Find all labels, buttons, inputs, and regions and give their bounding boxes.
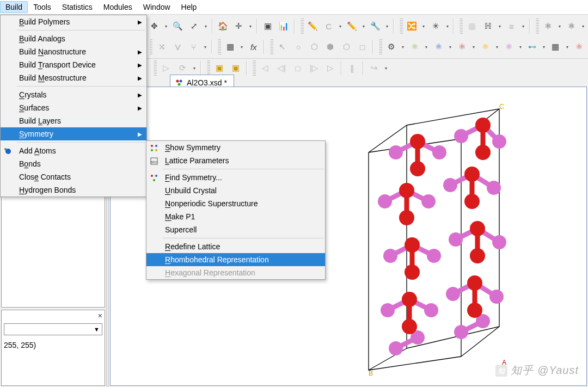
tool-mod1-icon[interactable]: ⚙ [384, 40, 398, 54]
menu-redefine-lattice[interactable]: Redefine Lattice [146, 240, 325, 253]
menu-build-analogs[interactable]: Build Analogs [1, 32, 146, 45]
tool-arrows-icon[interactable]: ⤭ [155, 40, 168, 54]
menu-hydrogen-bonds[interactable]: Hydrogen Bonds [1, 183, 146, 196]
menu-build-mesostructure[interactable]: Build Mesostructure▶ [1, 71, 146, 84]
dropdown-icon[interactable]: ▾ [203, 24, 209, 29]
dropdown-icon[interactable]: ▾ [239, 45, 244, 50]
svg-point-46 [446, 287, 460, 301]
dropdown-icon[interactable]: ▾ [445, 24, 450, 29]
tool-mod8-icon[interactable]: ▦ [549, 40, 562, 54]
dropdown-icon[interactable]: ▾ [497, 24, 503, 29]
tool-build-icon[interactable]: 🔧 [369, 19, 382, 33]
dropdown-icon[interactable]: ▾ [421, 24, 427, 29]
tool-home-icon[interactable]: 🏠 [216, 19, 230, 33]
menu-build-nanostructure[interactable]: Build Nanostructure▶ [1, 45, 146, 58]
menu-lattice-parameters[interactable]: abc Lattice Parameters [146, 154, 325, 167]
tool-move-icon[interactable]: ⤢ [187, 19, 200, 33]
tool-tree-icon[interactable]: ⑂ [187, 40, 200, 54]
dropdown-icon[interactable]: ▾ [448, 45, 453, 50]
find-symmetry-icon [149, 173, 160, 183]
tool-pointer-icon[interactable]: ↖ [275, 40, 289, 54]
property-combo[interactable]: ▼ [4, 323, 102, 335]
menu-show-symmetry[interactable]: Show Symmetry [146, 141, 325, 154]
menu-make-p1[interactable]: Make P1 [146, 210, 325, 223]
tool-nav-icon[interactable]: ✥ [148, 19, 161, 33]
dropdown-icon[interactable]: ▾ [471, 45, 476, 50]
dropdown-icon[interactable]: ▾ [580, 24, 586, 29]
tool-mod2-icon[interactable]: ⚛ [408, 40, 421, 54]
tool-mod3-icon[interactable]: ⚛ [431, 40, 445, 54]
dropdown-icon[interactable]: ▾ [203, 45, 208, 50]
tool-mod9-icon[interactable]: ⚛ [572, 40, 586, 54]
dropdown-icon[interactable]: ▾ [541, 45, 547, 50]
menu-bonds[interactable]: Bonds [1, 157, 146, 170]
menu-close-contacts[interactable]: Close Contacts [1, 170, 146, 183]
tool-table-icon[interactable]: ▦ [223, 40, 237, 54]
dropdown-icon[interactable]: ▾ [362, 24, 367, 29]
menu-rhombohedral-representation[interactable]: Rhombohedral Representation [146, 253, 325, 266]
dropdown-icon[interactable]: ▾ [401, 45, 406, 50]
dropdown-icon[interactable]: ▾ [518, 45, 523, 50]
dropdown-icon[interactable]: ▾ [338, 24, 343, 29]
menu-find-symmetry[interactable]: Find Symmetry... [146, 171, 325, 184]
menu-build-transport-device[interactable]: Build Transport Device▶ [1, 58, 146, 71]
dropdown-icon[interactable]: ▾ [163, 24, 169, 29]
tool-v-icon[interactable]: V [171, 40, 185, 54]
tool-mod6-icon[interactable]: ⚛ [502, 40, 516, 54]
close-icon[interactable]: × [98, 311, 102, 320]
menu-surfaces[interactable]: Surfaces▶ [1, 101, 146, 114]
tool-center-icon[interactable]: ✛ [232, 19, 246, 33]
tool-select-icon[interactable]: ▣ [261, 19, 274, 33]
dropdown-icon[interactable]: ▾ [557, 24, 562, 29]
tool-graph-icon[interactable]: 📊 [277, 19, 290, 33]
tool-c-icon[interactable]: C [322, 19, 335, 33]
menu-supercell[interactable]: Supercell [146, 223, 325, 236]
svg-point-65 [467, 275, 482, 291]
tool-zoom-icon[interactable]: 🔍 [171, 19, 185, 33]
menu-statistics[interactable]: Statistics [57, 1, 98, 13]
menu-build-polymers[interactable]: Build Polymers▶ [1, 15, 146, 28]
tool-hex-icon[interactable]: ⬡ [308, 40, 321, 54]
tool-h-icon[interactable]: ℍ [481, 19, 495, 33]
menu-help[interactable]: Help [176, 1, 203, 13]
tool-circle-icon[interactable]: ○ [292, 40, 305, 54]
tool-mod4-icon[interactable]: ⚛ [455, 40, 468, 54]
tool-hex3-icon[interactable]: ⬡ [340, 40, 353, 54]
svg-point-67 [467, 303, 482, 318]
tool-layers-icon[interactable]: ≡ [505, 19, 518, 33]
tool-molecule-red-icon[interactable]: ⚛ [541, 19, 555, 33]
menu-add-atoms[interactable]: Add Atoms [1, 144, 146, 157]
menu-symmetry[interactable]: Symmetry▶ [1, 127, 146, 140]
dropdown-icon[interactable]: ▾ [565, 45, 570, 50]
menu-build-layers[interactable]: Build Layers [1, 114, 146, 127]
tool-square-icon[interactable]: □ [356, 40, 369, 54]
dropdown-icon[interactable]: ▾ [520, 24, 526, 29]
menu-tools[interactable]: Tools [28, 1, 57, 13]
tool-pencil-icon[interactable]: ✏️ [306, 19, 320, 33]
tool-fx-icon[interactable]: fx [247, 40, 260, 54]
menu-build[interactable]: Build [0, 1, 28, 13]
submenu-arrow-icon: ▶ [138, 19, 142, 25]
menu-unbuild-crystal[interactable]: Unbuild Crystal [146, 184, 325, 197]
tool-cluster-icon[interactable]: ✳ [428, 19, 442, 33]
dropdown-icon[interactable]: ▾ [385, 24, 390, 29]
svg-point-63 [470, 248, 485, 263]
dropdown-icon[interactable]: ▾ [494, 45, 500, 50]
menubar: Build Tools Statistics Modules Window He… [0, 0, 588, 15]
tool-mod7-icon[interactable]: ⊷ [525, 40, 539, 54]
dropdown-icon[interactable]: ▾ [424, 45, 430, 50]
tool-sketch-icon[interactable]: ✏️ [345, 19, 359, 33]
tool-hex2-icon[interactable]: ⬢ [323, 40, 337, 54]
svg-point-57 [464, 167, 480, 182]
tool-shuffle-icon[interactable]: 🔀 [405, 19, 419, 33]
menu-nonperiodic-superstructure[interactable]: Nonperiodic Superstructure [146, 197, 325, 210]
dropdown-icon[interactable]: ▾ [248, 24, 253, 29]
tool-grid-icon[interactable]: ▦ [465, 19, 479, 33]
menu-crystals[interactable]: Crystals▶ [1, 88, 146, 101]
menu-window[interactable]: Window [138, 1, 176, 13]
menu-modules[interactable]: Modules [98, 1, 138, 13]
svg-point-36 [378, 194, 392, 208]
crystal-structure: C B A [336, 93, 565, 386]
tool-mod5-icon[interactable]: ⚛ [478, 40, 492, 54]
tool-molecule-yellow-icon[interactable]: ⚛ [565, 19, 578, 33]
